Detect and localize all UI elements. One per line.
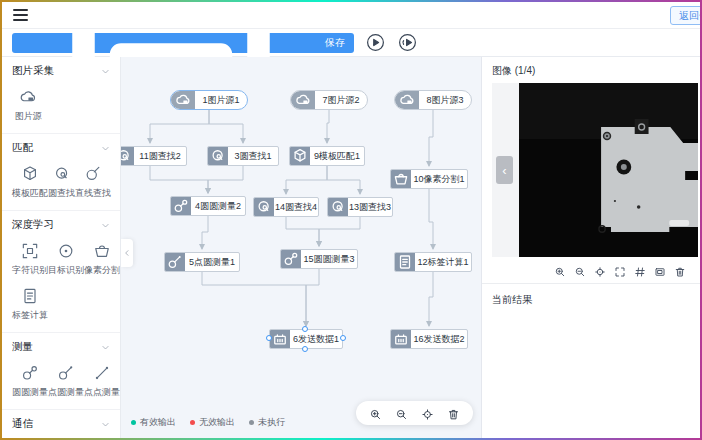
tool-item-目标识别[interactable]: 目标识别 <box>48 241 84 277</box>
flow-node-15[interactable]: 15圆圆测量3 <box>280 249 358 269</box>
section-items: 模板匹配圆查找直线查找 <box>12 164 110 200</box>
locate-icon[interactable] <box>594 264 606 276</box>
hamburger-menu-icon[interactable] <box>13 9 28 21</box>
tool-item-像素分割[interactable]: 像素分割 <box>84 241 120 277</box>
tool-item-圆查找[interactable]: 圆查找 <box>48 164 75 200</box>
flow-node-7[interactable]: 7图片源2 <box>290 90 368 110</box>
label-calc-icon <box>20 286 40 306</box>
back-to-lowcode-button[interactable]: 返回低代 <box>670 6 700 25</box>
flow-node-label: 5点圆测量1 <box>185 253 239 271</box>
canvas-zoom-toolbar <box>356 401 473 425</box>
tool-item-图片源[interactable]: 图片源 <box>12 87 45 123</box>
section-items: 图片源 <box>12 87 110 123</box>
chevron-down-icon <box>101 343 110 352</box>
flow-node-6[interactable]: 6发送数据1 <box>269 329 343 349</box>
tool-item-点点测量[interactable]: 点点测量 <box>84 363 120 399</box>
trash-icon[interactable] <box>674 264 686 276</box>
flow-node-13[interactable]: 13圆查找3 <box>327 197 393 217</box>
circle-find-icon <box>52 164 72 184</box>
circle-find-icon <box>328 198 348 216</box>
flow-node-12[interactable]: 12标签计算1 <box>394 252 472 272</box>
section-header[interactable]: 匹配 <box>12 141 110 155</box>
zoom-in-icon[interactable] <box>554 264 566 276</box>
section-header[interactable]: 测量 <box>12 340 110 354</box>
flow-node-16[interactable]: 16发送数据2 <box>390 329 468 349</box>
tool-item-模板匹配[interactable]: 模板匹配 <box>12 164 48 200</box>
zoom-out-icon[interactable] <box>574 264 586 276</box>
flow-node-label: 8图片源3 <box>419 91 471 109</box>
flow-node-9[interactable]: 9模板匹配1 <box>289 146 365 166</box>
legend-item: 有效输出 <box>131 416 176 429</box>
selection-handle[interactable] <box>340 335 346 341</box>
save-button-label: 保存 <box>325 36 345 50</box>
image-panel-title: 图像 (1/4) <box>482 57 700 83</box>
section-title: 通信 <box>12 417 33 431</box>
section-header[interactable]: 图片采集 <box>12 64 110 78</box>
flow-edges <box>121 57 481 438</box>
image-viewer: ‹ <box>492 83 698 257</box>
flow-canvas[interactable]: 有效输出无效输出未执行 1图片源17图片源28图片源311圆查找23圆查找19模… <box>121 57 481 438</box>
image-source-icon <box>171 91 195 109</box>
grid-icon[interactable] <box>634 264 646 276</box>
tool-item-label: 圆查找 <box>48 187 75 200</box>
chevron-down-icon <box>101 420 110 429</box>
save-button[interactable]: 保存 <box>12 33 354 53</box>
flow-node-label: 4圆圆测量2 <box>191 197 245 215</box>
sidebar-section: 图片采集图片源 <box>2 57 120 134</box>
circle-find-icon <box>121 147 134 165</box>
circle-circle-measure-icon <box>171 197 191 215</box>
previous-image-button[interactable]: ‹ <box>496 156 513 184</box>
flow-node-5[interactable]: 5点圆测量1 <box>164 252 240 272</box>
flow-node-4[interactable]: 4圆圆测量2 <box>170 196 246 216</box>
tool-item-label: 图片源 <box>15 110 42 123</box>
tool-item-label: 目标识别 <box>48 264 84 277</box>
flow-node-1[interactable]: 1图片源1 <box>170 90 248 110</box>
tool-item-标签计算[interactable]: 标签计算 <box>12 286 48 322</box>
label-calc-icon <box>395 253 415 271</box>
fit-icon[interactable] <box>654 264 666 276</box>
locate-icon[interactable] <box>421 407 434 420</box>
run-once-button[interactable] <box>397 32 418 53</box>
tool-item-直线查找[interactable]: 直线查找 <box>75 164 111 200</box>
tool-item-label: 点点测量 <box>84 386 120 399</box>
run-button[interactable] <box>365 32 386 53</box>
legend-item: 未执行 <box>249 416 285 429</box>
toolbar: 保存 <box>2 29 700 57</box>
tool-item-label: 像素分割 <box>84 264 120 277</box>
sidebar-section: 测量圆圆测量点圆测量点点测量 <box>2 333 120 410</box>
tool-item-label: 直线查找 <box>75 187 111 200</box>
zoom-out-icon[interactable] <box>395 407 408 420</box>
pixel-segment-icon <box>391 170 411 188</box>
section-items: 圆圆测量点圆测量点点测量 <box>12 363 110 399</box>
zoom-in-icon[interactable] <box>369 407 382 420</box>
tool-item-点圆测量[interactable]: 点圆测量 <box>48 363 84 399</box>
flow-node-3[interactable]: 3圆查找1 <box>207 146 279 166</box>
legend-dot <box>249 420 254 425</box>
fullscreen-icon[interactable] <box>614 264 626 276</box>
template-match-icon <box>20 164 40 184</box>
send-data-icon <box>270 330 290 348</box>
flow-node-10[interactable]: 10像素分割1 <box>390 169 468 189</box>
flow-node-label: 9模板匹配1 <box>310 147 364 165</box>
flow-node-label: 10像素分割1 <box>411 170 467 188</box>
trash-icon[interactable] <box>447 407 460 420</box>
point-point-measure-icon <box>92 363 112 383</box>
image-source-icon <box>291 91 315 109</box>
tool-item-label: 圆圆测量 <box>12 386 48 399</box>
flow-node-11[interactable]: 11圆查找2 <box>121 146 187 166</box>
selection-handle[interactable] <box>266 335 272 341</box>
section-items: 字符识别目标识别像素分割标签计算 <box>12 241 110 322</box>
flow-node-8[interactable]: 8图片源3 <box>394 90 472 110</box>
point-circle-measure-icon <box>165 253 185 271</box>
sidebar-collapse-handle[interactable] <box>121 239 133 267</box>
selection-handle[interactable] <box>302 346 308 352</box>
flow-node-14[interactable]: 14圆查找4 <box>253 197 319 217</box>
section-header[interactable]: 通信 <box>12 417 110 431</box>
legend-label: 有效输出 <box>140 416 176 429</box>
tool-item-圆圆测量[interactable]: 圆圆测量 <box>12 363 48 399</box>
selection-handle[interactable] <box>302 326 308 332</box>
section-header[interactable]: 深度学习 <box>12 218 110 232</box>
tool-item-字符识别[interactable]: 字符识别 <box>12 241 48 277</box>
flow-node-label: 11圆查找2 <box>134 147 186 165</box>
vision-flow-app: 返回低代 保存 图片采集图片源匹配模板匹配圆查找直线查找深度学习字符识别目标识别… <box>2 2 700 438</box>
